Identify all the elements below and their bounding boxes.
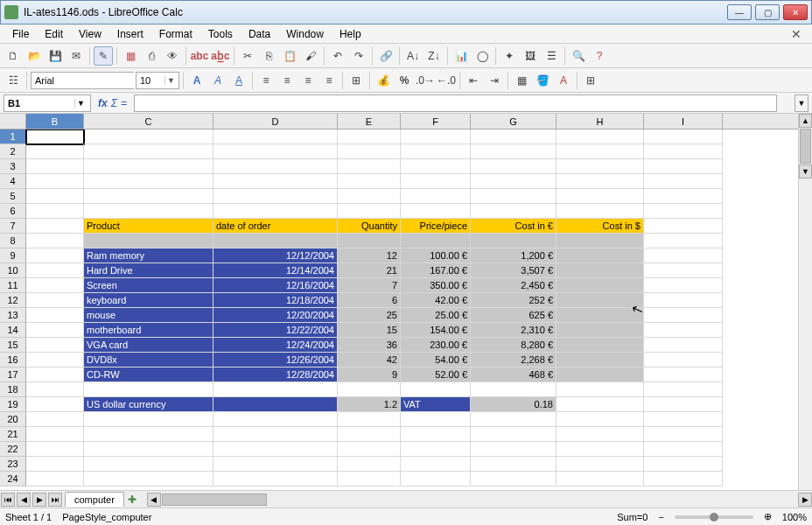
sum-icon[interactable]: Σ bbox=[111, 97, 117, 109]
cell[interactable] bbox=[401, 204, 471, 219]
cell[interactable] bbox=[84, 234, 214, 248]
cell[interactable] bbox=[644, 382, 723, 397]
cell[interactable] bbox=[471, 130, 556, 144]
chart-icon[interactable]: 📊 bbox=[452, 46, 471, 66]
cell[interactable]: 252 € bbox=[471, 293, 556, 308]
cell[interactable]: 25 bbox=[338, 308, 401, 323]
cell[interactable]: 625 € bbox=[471, 308, 556, 323]
cell[interactable] bbox=[644, 338, 723, 353]
cell[interactable] bbox=[214, 204, 338, 219]
cell[interactable] bbox=[401, 427, 471, 442]
cell[interactable] bbox=[338, 234, 401, 248]
row-header-21[interactable]: 21 bbox=[0, 427, 26, 442]
tab-last-icon[interactable]: ⏭ bbox=[48, 493, 62, 507]
redo-icon[interactable]: ↷ bbox=[349, 46, 368, 66]
row-header-10[interactable]: 10 bbox=[0, 263, 26, 278]
cell[interactable]: 7 bbox=[338, 278, 401, 293]
row-header-4[interactable]: 4 bbox=[0, 174, 26, 189]
cell[interactable]: 12/26/2004 bbox=[214, 353, 338, 368]
cell[interactable] bbox=[84, 412, 214, 427]
cell[interactable] bbox=[556, 293, 644, 308]
cell[interactable]: 12/24/2004 bbox=[214, 338, 338, 353]
font-size-input[interactable] bbox=[136, 73, 164, 88]
cell[interactable] bbox=[26, 338, 84, 353]
cell[interactable] bbox=[338, 159, 401, 174]
cell[interactable] bbox=[556, 263, 644, 278]
scroll-up-icon[interactable]: ▲ bbox=[799, 114, 812, 128]
cell[interactable]: 154.00 € bbox=[401, 323, 471, 338]
cell[interactable] bbox=[556, 353, 644, 368]
cell[interactable] bbox=[556, 308, 644, 323]
cell[interactable]: 12/12/2004 bbox=[214, 248, 338, 263]
cell[interactable] bbox=[556, 204, 644, 219]
cell[interactable] bbox=[471, 234, 556, 248]
cell[interactable]: 230.00 € bbox=[401, 338, 471, 353]
cell[interactable] bbox=[214, 427, 338, 442]
cell[interactable]: 350.00 € bbox=[401, 278, 471, 293]
scrollbar-thumb[interactable] bbox=[800, 129, 811, 164]
cell[interactable]: Hard Drive bbox=[84, 263, 214, 278]
cell[interactable] bbox=[84, 189, 214, 204]
cell[interactable]: DVD8x bbox=[84, 353, 214, 368]
cell[interactable] bbox=[644, 219, 723, 234]
styles-icon[interactable]: ☷ bbox=[4, 71, 23, 90]
italic-icon[interactable]: A bbox=[208, 71, 228, 90]
cell[interactable] bbox=[471, 189, 556, 204]
font-name-combo[interactable]: ▼ bbox=[31, 72, 134, 89]
cell[interactable] bbox=[84, 174, 214, 189]
cell[interactable]: 6 bbox=[338, 293, 401, 308]
cell[interactable] bbox=[26, 293, 84, 308]
underline-icon[interactable]: A bbox=[229, 71, 248, 90]
cell[interactable]: 468 € bbox=[471, 368, 556, 382]
cell[interactable] bbox=[401, 442, 471, 457]
row-header-23[interactable]: 23 bbox=[0, 457, 26, 472]
cell-reference-box[interactable]: ▼ bbox=[4, 94, 91, 112]
grid-rows[interactable]: 1234567Productdate of orderQuantityPrice… bbox=[0, 130, 812, 490]
cell[interactable] bbox=[26, 457, 84, 472]
fontcolor-icon[interactable]: A bbox=[554, 71, 573, 90]
tab-next-icon[interactable]: ▶ bbox=[32, 493, 46, 507]
row-header-22[interactable]: 22 bbox=[0, 442, 26, 457]
chevron-down-icon[interactable]: ▼ bbox=[164, 76, 177, 85]
cell[interactable]: 25.00 € bbox=[401, 308, 471, 323]
spreadsheet-grid[interactable]: BCDEFGHI 1234567Productdate of orderQuan… bbox=[0, 114, 812, 490]
cell[interactable] bbox=[556, 234, 644, 248]
cell[interactable] bbox=[84, 427, 214, 442]
cell[interactable] bbox=[214, 189, 338, 204]
sheet-tab-computer[interactable]: computer bbox=[65, 492, 124, 507]
cell[interactable] bbox=[338, 382, 401, 397]
print-icon[interactable]: ⎙ bbox=[142, 46, 161, 66]
format-paint-icon[interactable]: 🖌 bbox=[301, 46, 320, 66]
cell[interactable] bbox=[26, 308, 84, 323]
sort-desc-icon[interactable]: Z↓ bbox=[424, 46, 444, 66]
cell[interactable] bbox=[644, 189, 723, 204]
cell[interactable] bbox=[644, 368, 723, 382]
cell-reference-input[interactable] bbox=[4, 98, 74, 108]
align-center-icon[interactable]: ≡ bbox=[277, 71, 297, 90]
cell[interactable]: keyboard bbox=[84, 293, 214, 308]
cell[interactable] bbox=[644, 293, 723, 308]
row-header-8[interactable]: 8 bbox=[0, 234, 26, 248]
menu-file[interactable]: File bbox=[5, 26, 36, 42]
align-justify-icon[interactable]: ≡ bbox=[319, 71, 339, 90]
scroll-down-icon[interactable]: ▼ bbox=[799, 164, 812, 178]
export-pdf-icon[interactable]: ▦ bbox=[121, 46, 140, 66]
column-header-D[interactable]: D bbox=[214, 114, 338, 129]
cell[interactable]: 54.00 € bbox=[401, 353, 471, 368]
cell[interactable] bbox=[471, 159, 556, 174]
row-header-2[interactable]: 2 bbox=[0, 144, 26, 159]
menu-edit[interactable]: Edit bbox=[38, 26, 70, 42]
row-header-13[interactable]: 13 bbox=[0, 308, 26, 323]
cell[interactable] bbox=[26, 412, 84, 427]
cell[interactable] bbox=[471, 204, 556, 219]
cell[interactable] bbox=[26, 278, 84, 293]
cell[interactable]: motherboard bbox=[84, 323, 214, 338]
cell[interactable] bbox=[556, 427, 644, 442]
zoom-icon[interactable]: 🔍 bbox=[569, 46, 588, 66]
cell[interactable] bbox=[214, 382, 338, 397]
cell[interactable] bbox=[26, 442, 84, 457]
cell[interactable] bbox=[26, 144, 84, 159]
cell[interactable]: date of order bbox=[214, 219, 338, 234]
cell[interactable] bbox=[644, 234, 723, 248]
cell[interactable] bbox=[338, 130, 401, 144]
